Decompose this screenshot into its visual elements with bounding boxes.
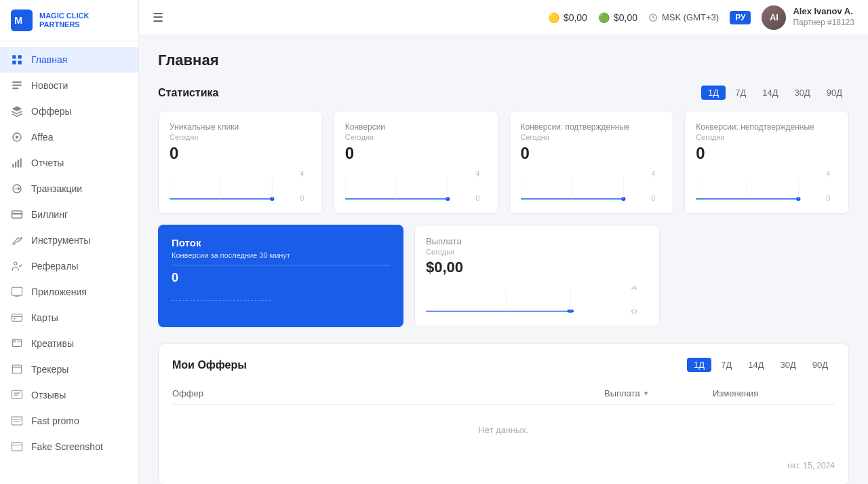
svg-rect-17 [12,213,22,215]
sidebar-item-cards[interactable]: Карты [0,305,138,331]
svg-rect-5 [18,61,22,64]
sidebar-item-offers[interactable]: Офферы [0,98,138,124]
logo-area: M MAGIC CLICKPARTNERS [0,0,138,41]
mini-chart-2: 4 0 [521,168,663,202]
sidebar-item-apps[interactable]: Приложения [0,279,138,305]
timezone: MSK (GMT+3) [648,12,719,22]
user-name: Alex Ivanov A. [793,6,854,18]
language-button[interactable]: РУ [730,11,751,24]
apps-icon [11,286,23,298]
balance2: 🟢 $0,00 [598,12,637,23]
sidebar-item-news[interactable]: Новости [0,73,138,98]
stat-card-unconfirmed: Конверсии: неподтвержденные Сегодня 0 4 … [684,111,849,214]
sidebar-item-fakescreenshot[interactable]: Fake Screenshot [0,434,138,460]
balance1-icon: 🟡 [548,12,559,23]
home-icon [11,54,23,66]
stat-card-conversions: Конверсии Сегодня 0 4 0 [334,111,498,214]
sidebar-item-affea[interactable]: Affea [0,124,138,150]
reports-icon [11,157,23,169]
svg-rect-28 [12,365,22,373]
svg-rect-30 [12,390,22,398]
svg-rect-19 [12,287,22,295]
offers-title: Мои Офферы [172,359,247,371]
offers-header: Мои Офферы 1Д 7Д 14Д 30Д 90Д [172,358,835,372]
stream-card: Поток Конверсии за последние 30 минут 0 … [158,225,403,327]
balance1-value: $0,00 [564,12,587,23]
stat-cards: Уникальные клики Сегодня 0 4 0 Ко [158,111,849,214]
svg-text:0: 0 [827,195,831,202]
sidebar: M MAGIC CLICKPARTNERS Главная Новости Оф… [0,0,139,484]
svg-rect-24 [14,318,16,320]
offers-period-tab-14d[interactable]: 14Д [741,358,770,372]
offers-period-tab-30d[interactable]: 30Д [773,358,802,372]
sidebar-item-label-reviews: Отзывы [31,390,66,401]
sidebar-item-fastpromo[interactable]: Fast promo [0,408,138,434]
sidebar-item-label-tools: Инструменты [31,235,90,246]
user-info: AI Alex Ivanov A. Партнер #18123 [762,5,854,30]
sidebar-item-label-news: Новости [31,80,68,91]
svg-text:4: 4 [300,170,304,178]
svg-rect-26 [12,339,16,343]
offers-period-tab-90d[interactable]: 90Д [806,358,835,372]
period-tab-1d[interactable]: 1Д [701,86,726,100]
logo-icon: M [11,10,33,31]
sidebar-item-trackers[interactable]: Трекеры [0,356,138,382]
stats-title: Статистика [158,87,218,99]
fakescreenshot-icon [11,441,23,453]
col-changes: Изменения [713,388,835,398]
balance2-icon: 🟢 [598,12,610,23]
avatar: AI [762,5,786,30]
stat-value-0: 0 [170,144,311,163]
offers-period-tabs: 1Д 7Д 14Д 30Д 90Д [687,358,835,372]
sidebar-item-label-home: Главная [31,54,67,65]
svg-point-10 [16,136,19,139]
bottom-cards: Поток Конверсии за последние 30 минут 0 … [158,225,660,327]
sidebar-item-creatives[interactable]: Креативы [0,331,138,356]
sidebar-item-reports[interactable]: Отчеты [0,150,138,176]
svg-rect-13 [18,160,19,168]
svg-rect-33 [12,417,22,425]
offers-period-tab-1d[interactable]: 1Д [687,358,711,372]
stat-label-0: Уникальные клики [170,122,311,132]
col-payout-label: Выплата [604,388,640,398]
sidebar-item-home[interactable]: Главная [0,47,138,73]
svg-text:0: 0 [651,195,655,202]
no-data-message: Нет данных. [172,405,835,455]
trackers-icon [11,363,23,375]
sidebar-item-label-trackers: Трекеры [31,364,68,375]
stat-value-3: 0 [696,144,837,163]
period-tab-7d[interactable]: 7Д [728,86,753,100]
sidebar-item-label-cards: Карты [31,312,58,323]
period-tab-14d[interactable]: 14Д [755,86,785,100]
user-text: Alex Ivanov A. Партнер #18123 [793,6,854,28]
fastpromo-icon [11,415,23,427]
svg-rect-7 [12,85,22,86]
sidebar-item-label-offers: Офферы [31,106,72,117]
svg-text:0: 0 [631,308,637,315]
menu-icon[interactable]: ☰ [153,10,163,25]
stat-value-2: 0 [521,144,663,163]
footer-date: окт. 15, 2024 [172,461,835,470]
sidebar-item-referrals[interactable]: Рефералы [0,253,138,279]
stat-date-2: Сегодня [521,133,663,141]
page-title: Главная [158,52,849,69]
sidebar-item-transactions[interactable]: Транзакции [0,176,138,202]
svg-text:4: 4 [631,284,637,291]
sidebar-item-label-billing: Биллинг [31,209,68,220]
sidebar-item-billing[interactable]: Биллинг [0,202,138,227]
sidebar-item-label-referrals: Рефералы [31,261,79,272]
svg-rect-22 [12,314,22,322]
offers-period-tab-7d[interactable]: 7Д [714,358,738,372]
tools-icon [11,234,23,246]
svg-rect-8 [12,88,18,89]
svg-rect-14 [20,158,22,168]
svg-text:4: 4 [651,170,655,178]
sidebar-item-tools[interactable]: Инструменты [0,227,138,253]
sidebar-item-reviews[interactable]: Отзывы [0,382,138,408]
payout-mini-chart: 4 0 [426,282,648,316]
stat-label-3: Конверсии: неподтвержденные [696,122,837,132]
period-tab-90d[interactable]: 90Д [820,86,849,100]
stats-period-tabs: 1Д 7Д 14Д 30Д 90Д [701,86,849,100]
billing-icon [11,208,23,221]
period-tab-30d[interactable]: 30Д [787,86,816,100]
